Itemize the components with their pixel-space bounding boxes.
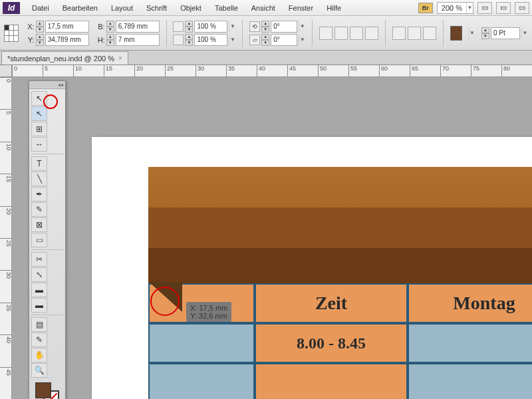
rotation-input[interactable] bbox=[271, 21, 297, 33]
rotate-ccw-button[interactable] bbox=[334, 27, 348, 40]
sx-stepper[interactable]: ▲▼ bbox=[185, 21, 193, 33]
view-mode-button[interactable]: ▭ bbox=[477, 2, 492, 14]
zoom-value: 200 % bbox=[438, 4, 466, 12]
document-tab[interactable]: *stundenplan_neu.indd @ 200 %× bbox=[1, 51, 128, 65]
direct-selection-tool[interactable]: ↖ bbox=[31, 106, 47, 121]
tab-label: *stundenplan_neu.indd @ 200 % bbox=[7, 55, 114, 63]
scale-x-input[interactable] bbox=[194, 21, 227, 33]
x-label: X: bbox=[25, 23, 35, 31]
stroke-stepper[interactable]: ▲▼ bbox=[481, 27, 489, 39]
cell-row-label[interactable] bbox=[148, 363, 255, 399]
flip-v-button[interactable] bbox=[365, 27, 378, 40]
zoom-level[interactable]: 200 %▼ bbox=[437, 2, 473, 14]
type-tool[interactable]: T bbox=[31, 156, 47, 171]
tools-panel[interactable]: ◂◂ ↖ ↖ ⊞ ↔ T ╲ ✒ ✎ ⊠ ▭ ✂ ⤡ ▬ ▬ ▤ ✎ ✋ 🔍 bbox=[29, 80, 66, 399]
cell-time-slot[interactable]: 8.00 - 8.45 bbox=[255, 323, 408, 363]
ruler-horizontal[interactable]: 05101520253035404550556065707580 bbox=[12, 65, 532, 77]
h-label: H: bbox=[96, 36, 105, 44]
menu-schrift[interactable]: Schrift bbox=[140, 0, 174, 16]
fill-stroke-proxy[interactable] bbox=[35, 382, 59, 399]
select-content-button[interactable] bbox=[408, 27, 421, 40]
menu-objekt[interactable]: Objekt bbox=[174, 0, 208, 16]
tooltip-x: X: 17,5 mm bbox=[190, 304, 227, 312]
w-input[interactable] bbox=[116, 21, 160, 33]
free-transform-tool[interactable]: ⤡ bbox=[31, 267, 47, 282]
arrange-button[interactable]: ▭ bbox=[515, 2, 529, 14]
x-stepper[interactable]: ▲▼ bbox=[36, 21, 44, 33]
shear-stepper[interactable]: ▲▼ bbox=[261, 34, 269, 46]
scissors-tool[interactable]: ✂ bbox=[31, 252, 47, 267]
annotation-circle bbox=[150, 287, 180, 316]
gradient-header-object[interactable] bbox=[148, 167, 532, 290]
fit-content-button[interactable] bbox=[423, 27, 436, 40]
h-input[interactable] bbox=[116, 34, 160, 46]
scale-y-input[interactable] bbox=[194, 34, 227, 46]
hand-tool[interactable]: ✋ bbox=[31, 348, 47, 362]
screen-mode-button[interactable]: ▭ bbox=[496, 2, 511, 14]
note-tool[interactable]: ▤ bbox=[31, 317, 47, 332]
cell-time-slot[interactable] bbox=[255, 363, 408, 399]
document-tabs: *stundenplan_neu.indd @ 200 %× bbox=[0, 51, 532, 65]
cell-montag-header[interactable]: Montag bbox=[408, 283, 532, 323]
chevron-down-icon[interactable]: ▼ bbox=[299, 21, 305, 32]
w-label: B: bbox=[96, 23, 105, 31]
stroke-weight-input[interactable] bbox=[491, 27, 520, 39]
ruler-vertical[interactable]: 051015202530354045 bbox=[0, 77, 12, 399]
reference-point[interactable] bbox=[4, 25, 19, 42]
chevron-down-icon[interactable]: ▼ bbox=[299, 35, 305, 45]
chevron-down-icon[interactable]: ▼ bbox=[229, 35, 235, 45]
timetable[interactable]: Zeit Montag 8.00 - 8.45 bbox=[148, 283, 532, 399]
scale-y-icon bbox=[173, 35, 184, 45]
fill-color[interactable] bbox=[35, 382, 51, 398]
tooltip-y: Y: 32,6 mm bbox=[190, 312, 227, 320]
pen-tool[interactable]: ✒ bbox=[31, 187, 47, 201]
cell-montag-slot2[interactable] bbox=[408, 363, 532, 399]
cell-row-label[interactable] bbox=[148, 323, 255, 363]
flip-h-button[interactable] bbox=[350, 27, 363, 40]
y-label: Y: bbox=[25, 36, 35, 44]
page-tool[interactable]: ⊞ bbox=[31, 122, 47, 136]
menu-fenster[interactable]: Fenster bbox=[282, 0, 320, 16]
rotate-icon: ⟲ bbox=[249, 21, 260, 32]
panel-collapse[interactable]: ◂◂ bbox=[29, 81, 65, 89]
sy-stepper[interactable]: ▲▼ bbox=[185, 34, 193, 46]
pencil-tool[interactable]: ✎ bbox=[31, 202, 47, 217]
menu-layout[interactable]: Layout bbox=[104, 0, 140, 16]
shear-icon: ▱ bbox=[249, 35, 260, 45]
select-container-button[interactable] bbox=[392, 27, 406, 40]
gradient-feather-tool[interactable]: ▬ bbox=[31, 298, 47, 313]
gradient-swatch-tool[interactable]: ▬ bbox=[31, 283, 47, 297]
chevron-down-icon[interactable]: ▼ bbox=[521, 28, 528, 39]
y-input[interactable] bbox=[45, 34, 89, 46]
scale-x-icon bbox=[173, 21, 184, 32]
rotate-cw-button[interactable] bbox=[319, 27, 332, 40]
ruler-origin[interactable] bbox=[0, 65, 12, 77]
menu-hilfe[interactable]: Hilfe bbox=[320, 0, 348, 16]
app-icon: Id bbox=[3, 2, 20, 14]
chevron-down-icon[interactable]: ▼ bbox=[469, 28, 475, 39]
gap-tool[interactable]: ↔ bbox=[31, 137, 47, 152]
chevron-down-icon[interactable]: ▼ bbox=[229, 21, 235, 32]
menu-tabelle[interactable]: Tabelle bbox=[208, 0, 245, 16]
rectangle-tool[interactable]: ▭ bbox=[31, 233, 47, 247]
menu-datei[interactable]: Datei bbox=[25, 0, 56, 16]
zoom-tool[interactable]: 🔍 bbox=[31, 363, 47, 378]
close-icon[interactable]: × bbox=[118, 55, 122, 62]
rectangle-frame-tool[interactable]: ⊠ bbox=[31, 217, 47, 232]
w-stepper[interactable]: ▲▼ bbox=[106, 21, 114, 33]
chevron-down-icon[interactable]: ▼ bbox=[466, 3, 473, 13]
bridge-button[interactable]: Br bbox=[418, 3, 433, 13]
menu-ansicht[interactable]: Ansicht bbox=[245, 0, 282, 16]
x-input[interactable] bbox=[45, 21, 89, 33]
canvas[interactable]: Zeit Montag 8.00 - 8.45 X: 17,5 mm Y: 32… bbox=[12, 77, 532, 399]
cell-zeit-header[interactable]: Zeit bbox=[255, 283, 408, 323]
line-tool[interactable]: ╲ bbox=[31, 172, 47, 186]
y-stepper[interactable]: ▲▼ bbox=[36, 34, 44, 46]
rot-stepper[interactable]: ▲▼ bbox=[261, 21, 269, 33]
eyedropper-tool[interactable]: ✎ bbox=[31, 332, 47, 347]
menu-bearbeiten[interactable]: Bearbeiten bbox=[56, 0, 104, 16]
fill-swatch[interactable] bbox=[450, 26, 462, 41]
cell-montag-slot1[interactable] bbox=[408, 323, 532, 363]
h-stepper[interactable]: ▲▼ bbox=[106, 34, 114, 46]
shear-input[interactable] bbox=[271, 34, 297, 46]
